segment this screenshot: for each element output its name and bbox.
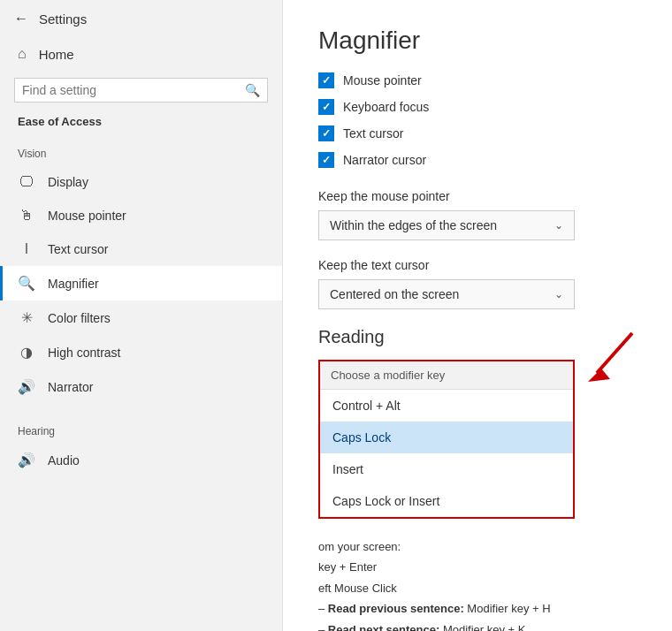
read-prev-label: Read previous sentence: [328, 602, 464, 615]
high-contrast-label: High contrast [48, 346, 120, 360]
checkbox-keyboard-focus[interactable] [318, 99, 334, 115]
sidebar-item-text-cursor[interactable]: I Text cursor [0, 232, 282, 266]
read-next-label: Read next sentence: [328, 623, 439, 631]
text-dropdown-value: Centered on the screen [330, 287, 459, 301]
hearing-section-label: Hearing [0, 414, 282, 443]
reading-line-1: om your screen: [318, 536, 637, 557]
checkbox-text-cursor[interactable] [318, 125, 334, 141]
red-arrow-indicator [570, 324, 641, 395]
text-cursor-dropdown-section: Keep the text cursor Centered on the scr… [318, 258, 637, 309]
checkbox-text-cursor-label: Text cursor [343, 126, 403, 141]
back-icon[interactable]: ← [14, 11, 28, 27]
mouse-pointer-label: Mouse pointer [48, 209, 126, 223]
magnifier-checkboxes: Mouse pointer Keyboard focus Text cursor… [318, 72, 637, 168]
narrator-label: Narrator [48, 380, 93, 394]
checkbox-narrator-cursor-label: Narrator cursor [343, 153, 426, 167]
checkbox-row-text-cursor: Text cursor [318, 125, 637, 141]
sidebar-item-narrator[interactable]: 🔊 Narrator [0, 369, 282, 404]
modifier-option-caps-lock[interactable]: Caps Lock [320, 422, 573, 453]
checkbox-mouse-pointer[interactable] [318, 72, 334, 88]
modifier-option-ctrl-alt[interactable]: Control + Alt [320, 390, 573, 422]
display-label: Display [48, 175, 88, 189]
checkbox-row-keyboard-focus: Keyboard focus [318, 99, 637, 115]
sidebar-item-magnifier[interactable]: 🔍 Magnifier [0, 266, 282, 300]
text-dropdown-arrow: ⌄ [554, 288, 563, 300]
modifier-option-caps-lock-or-insert[interactable]: Caps Lock or Insert [320, 485, 573, 517]
modifier-dropdown-container: Choose a modifier key Control + Alt Caps… [318, 360, 575, 519]
reading-content: om your screen: key + Enter eft Mouse Cl… [318, 536, 637, 631]
display-icon: 🖵 [18, 174, 35, 190]
ease-of-access-label: Ease of Access [0, 110, 282, 137]
keep-mouse-label: Keep the mouse pointer [318, 189, 637, 203]
modifier-option-insert[interactable]: Insert [320, 453, 573, 485]
mouse-pointer-dropdown-section: Keep the mouse pointer Within the edges … [318, 189, 637, 240]
audio-icon: 🔊 [18, 452, 35, 468]
search-icon: 🔍 [245, 83, 260, 97]
home-nav-item[interactable]: ⌂ Home [0, 37, 282, 71]
sidebar-item-audio[interactable]: 🔊 Audio [0, 443, 282, 477]
sidebar-header: ← Settings [0, 0, 282, 37]
magnifier-icon: 🔍 [18, 275, 35, 292]
mouse-pointer-dropdown[interactable]: Within the edges of the screen ⌄ [318, 210, 575, 240]
modifier-box: Choose a modifier key Control + Alt Caps… [318, 360, 575, 519]
home-icon: ⌂ [18, 46, 27, 62]
checkbox-row-narrator-cursor: Narrator cursor [318, 152, 637, 168]
reading-line-4: – Read previous sentence: Modifier key +… [318, 598, 637, 619]
reading-line-5: – Read next sentence: Modifier key + K [318, 620, 637, 631]
checkbox-row-mouse-pointer: Mouse pointer [318, 72, 637, 88]
main-content: Magnifier Mouse pointer Keyboard focus T… [283, 0, 672, 631]
sidebar-item-color-filters[interactable]: ✳ Color filters [0, 300, 282, 335]
magnifier-label: Magnifier [48, 277, 99, 291]
reading-line-2: key + Enter [318, 557, 637, 577]
mouse-dropdown-arrow: ⌄ [554, 219, 563, 232]
sidebar-title: Settings [39, 11, 87, 27]
high-contrast-icon: ◑ [18, 344, 35, 361]
keep-text-label: Keep the text cursor [318, 258, 637, 272]
sidebar: ← Settings ⌂ Home 🔍 Ease of Access Visio… [0, 0, 283, 631]
sidebar-item-mouse-pointer[interactable]: 🖱 Mouse pointer [0, 199, 282, 232]
sidebar-item-display[interactable]: 🖵 Display [0, 165, 282, 199]
audio-label: Audio [48, 453, 80, 468]
home-label: Home [39, 47, 74, 62]
text-cursor-icon: I [18, 241, 35, 257]
color-filters-icon: ✳ [18, 309, 35, 326]
narrator-icon: 🔊 [18, 378, 35, 395]
modifier-header: Choose a modifier key [320, 361, 573, 390]
search-box[interactable]: 🔍 [14, 78, 268, 103]
checkbox-narrator-cursor[interactable] [318, 152, 334, 168]
svg-line-0 [597, 333, 632, 373]
text-cursor-dropdown[interactable]: Centered on the screen ⌄ [318, 279, 575, 309]
page-title: Magnifier [318, 27, 637, 55]
mouse-dropdown-value: Within the edges of the screen [330, 218, 497, 232]
text-cursor-label: Text cursor [48, 242, 108, 256]
checkbox-keyboard-focus-label: Keyboard focus [343, 100, 429, 114]
reading-line-3: eft Mouse Click [318, 578, 637, 598]
mouse-pointer-icon: 🖱 [18, 208, 35, 224]
modifier-dropdown-wrapper: Choose a modifier key Control + Alt Caps… [318, 360, 575, 519]
color-filters-label: Color filters [48, 311, 111, 325]
search-input[interactable] [22, 83, 245, 97]
checkbox-mouse-pointer-label: Mouse pointer [343, 73, 422, 87]
sidebar-item-high-contrast[interactable]: ◑ High contrast [0, 335, 282, 369]
vision-section-label: Vision [0, 137, 282, 165]
